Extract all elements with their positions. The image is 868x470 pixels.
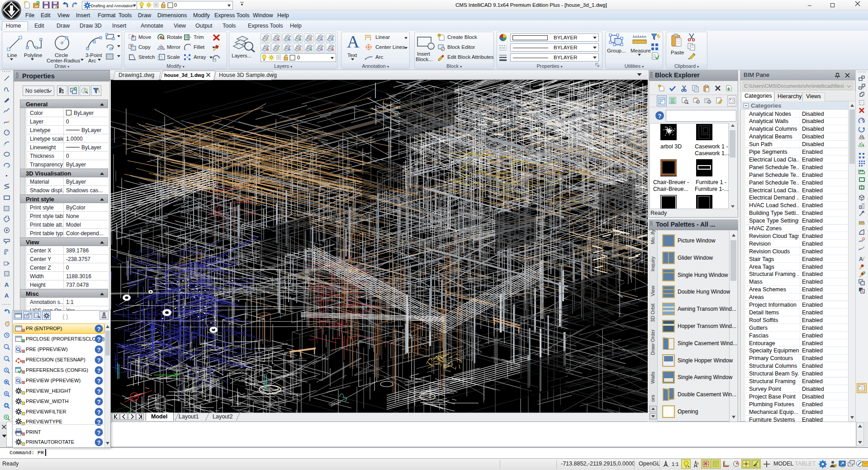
svg-text:?: ? <box>97 439 101 446</box>
svg-text:A: A <box>859 256 863 262</box>
svg-text:?: ? <box>97 357 101 364</box>
svg-text:?: ? <box>658 113 662 119</box>
svg-text:?: ? <box>97 409 101 416</box>
svg-text:?: ? <box>97 326 101 332</box>
svg-text:A: A <box>5 292 9 299</box>
svg-text:A: A <box>347 33 360 51</box>
svg-text:?: ? <box>97 399 101 405</box>
svg-text:?: ? <box>97 367 101 374</box>
svg-text:A: A <box>5 281 9 288</box>
svg-text:?: ? <box>97 388 101 395</box>
svg-text:1:1: 1:1 <box>672 461 678 467</box>
svg-text:?: ? <box>97 347 101 353</box>
svg-text:?: ? <box>97 336 101 343</box>
svg-text:?: ? <box>97 429 101 436</box>
svg-text:?: ? <box>97 378 101 385</box>
